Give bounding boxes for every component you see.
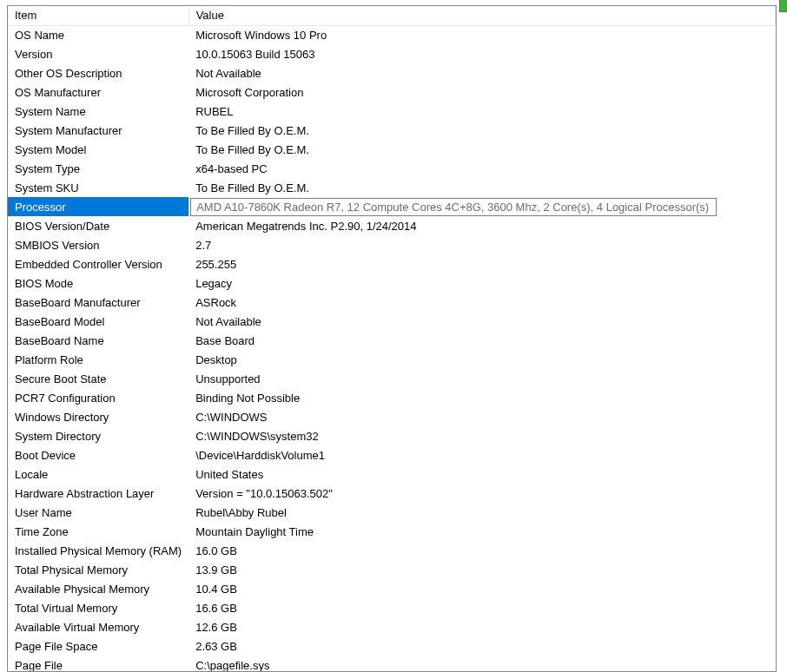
cell-item: Processor <box>8 197 188 216</box>
cell-item: Embedded Controller Version <box>8 254 188 273</box>
system-info-panel: Item Value OS NameMicrosoft Windows 10 P… <box>7 5 777 672</box>
table-row[interactable]: LocaleUnited States <box>8 464 776 484</box>
cell-item: BIOS Version/Date <box>8 216 188 235</box>
cell-item: OS Name <box>8 25 188 44</box>
table-row[interactable]: BaseBoard NameBase Board <box>8 331 776 350</box>
cell-value: United States <box>188 464 775 484</box>
cell-value: \Device\HarddiskVolume1 <box>188 445 775 464</box>
cell-item: Installed Physical Memory (RAM) <box>8 541 188 560</box>
cell-value: To Be Filled By O.E.M. <box>188 121 775 140</box>
cell-item: BaseBoard Name <box>8 331 188 350</box>
table-row[interactable]: PCR7 ConfigurationBinding Not Possible <box>8 388 776 407</box>
column-header-value[interactable]: Value <box>188 6 775 25</box>
table-row[interactable]: Platform RoleDesktop <box>8 350 776 369</box>
cell-value: 16.6 GB <box>188 598 775 617</box>
cell-value: x64-based PC <box>188 159 775 178</box>
cell-item: Available Virtual Memory <box>8 617 188 636</box>
cell-item: System Directory <box>8 426 188 445</box>
table-row[interactable]: ProcessorAMD A10-7860K Radeon R7, 12 Com… <box>8 197 776 216</box>
cell-item: Locale <box>8 464 188 484</box>
cell-value: 10.4 GB <box>188 579 775 598</box>
cell-value: Base Board <box>188 331 775 350</box>
cell-item: System SKU <box>8 178 188 197</box>
cell-value: RUBEL <box>188 102 775 121</box>
table-row[interactable]: System ManufacturerTo Be Filled By O.E.M… <box>8 121 776 140</box>
cell-item: Platform Role <box>8 350 188 369</box>
table-row[interactable]: Total Virtual Memory16.6 GB <box>8 598 776 617</box>
table-row[interactable]: Boot Device\Device\HarddiskVolume1 <box>8 445 776 464</box>
table-row[interactable]: BIOS ModeLegacy <box>8 273 776 293</box>
cell-item: BIOS Mode <box>8 273 188 293</box>
cell-value: Microsoft Corporation <box>188 82 775 102</box>
cell-value: Not Available <box>188 63 775 82</box>
cell-value: C:\WINDOWS\system32 <box>188 426 775 445</box>
cell-item: Time Zone <box>8 522 188 541</box>
table-row[interactable]: Total Physical Memory13.9 GB <box>8 560 776 579</box>
cell-value: ASRock <box>188 293 775 312</box>
cell-value: Desktop <box>188 350 775 369</box>
cell-item: Total Physical Memory <box>8 560 188 579</box>
table-row[interactable]: Time ZoneMountain Daylight Time <box>8 522 776 541</box>
cell-item: User Name <box>8 503 188 522</box>
table-row[interactable]: System DirectoryC:\WINDOWS\system32 <box>8 426 776 445</box>
cell-item: Available Physical Memory <box>8 579 188 598</box>
cell-value: 12.6 GB <box>188 617 775 636</box>
cell-item: System Model <box>8 140 188 159</box>
cell-item: Hardware Abstraction Layer <box>8 484 188 503</box>
cell-value: American Megatrends Inc. P2.90, 1/24/201… <box>188 216 775 235</box>
cell-value: Unsupported <box>188 369 775 388</box>
cell-item: Secure Boot State <box>8 369 188 388</box>
table-row[interactable]: System NameRUBEL <box>8 102 776 121</box>
table-row[interactable]: Windows DirectoryC:\WINDOWS <box>8 407 776 426</box>
cell-item: Version <box>8 44 188 63</box>
cell-item: System Type <box>8 159 188 178</box>
table-row[interactable]: SMBIOS Version2.7 <box>8 235 776 254</box>
table-row[interactable]: Embedded Controller Version255.255 <box>8 254 776 273</box>
cell-value: 255.255 <box>188 254 775 273</box>
cell-item: Page File <box>8 656 188 671</box>
table-row[interactable]: Page FileC:\pagefile.sys <box>8 656 776 671</box>
cell-value: Version = "10.0.15063.502" <box>188 484 775 503</box>
table-row[interactable]: User NameRubel\Abby Rubel <box>8 503 776 522</box>
cell-item: OS Manufacturer <box>8 82 188 102</box>
table-row[interactable]: Other OS DescriptionNot Available <box>8 63 776 82</box>
table-row[interactable]: Page File Space2.63 GB <box>8 636 776 656</box>
table-row[interactable]: Version10.0.15063 Build 15063 <box>8 44 776 63</box>
table-row[interactable]: OS ManufacturerMicrosoft Corporation <box>8 82 776 102</box>
table-row[interactable]: BaseBoard ManufacturerASRock <box>8 293 776 312</box>
cell-value: Binding Not Possible <box>188 388 775 407</box>
scroll-area[interactable]: Item Value OS NameMicrosoft Windows 10 P… <box>8 6 776 671</box>
cell-value: Not Available <box>188 312 775 331</box>
column-header-item[interactable]: Item <box>8 6 188 25</box>
table-row[interactable]: Available Virtual Memory12.6 GB <box>8 617 776 636</box>
table-row[interactable]: Available Physical Memory10.4 GB <box>8 579 776 598</box>
cell-item: System Name <box>8 102 188 121</box>
table-row[interactable]: Installed Physical Memory (RAM)16.0 GB <box>8 541 776 560</box>
adjacent-window-sliver <box>779 0 787 12</box>
cell-value: Legacy <box>188 273 775 293</box>
cell-value: 10.0.15063 Build 15063 <box>188 44 775 63</box>
cell-item: PCR7 Configuration <box>8 388 188 407</box>
cell-value: Microsoft Windows 10 Pro <box>188 25 775 44</box>
value-edit-field[interactable]: AMD A10-7860K Radeon R7, 12 Compute Core… <box>190 198 717 216</box>
cell-item: System Manufacturer <box>8 121 188 140</box>
table-row[interactable]: Secure Boot StateUnsupported <box>8 369 776 388</box>
table-body: OS NameMicrosoft Windows 10 ProVersion10… <box>8 25 776 671</box>
cell-value: Mountain Daylight Time <box>188 522 775 541</box>
table-row[interactable]: BaseBoard ModelNot Available <box>8 312 776 331</box>
cell-value: C:\WINDOWS <box>188 407 775 426</box>
table-row[interactable]: System ModelTo Be Filled By O.E.M. <box>8 140 776 159</box>
cell-item: Boot Device <box>8 445 188 464</box>
cell-item: SMBIOS Version <box>8 235 188 254</box>
table-row[interactable]: System Typex64-based PC <box>8 159 776 178</box>
table-row[interactable]: BIOS Version/DateAmerican Megatrends Inc… <box>8 216 776 235</box>
cell-item: Total Virtual Memory <box>8 598 188 617</box>
cell-value: To Be Filled By O.E.M. <box>188 178 775 197</box>
cell-value: C:\pagefile.sys <box>188 656 775 671</box>
table-row[interactable]: System SKUTo Be Filled By O.E.M. <box>8 178 776 197</box>
cell-value: 2.63 GB <box>188 636 775 656</box>
cell-item: BaseBoard Manufacturer <box>8 293 188 312</box>
cell-item: Windows Directory <box>8 407 188 426</box>
table-row[interactable]: Hardware Abstraction LayerVersion = "10.… <box>8 484 776 503</box>
table-row[interactable]: OS NameMicrosoft Windows 10 Pro <box>8 25 776 44</box>
